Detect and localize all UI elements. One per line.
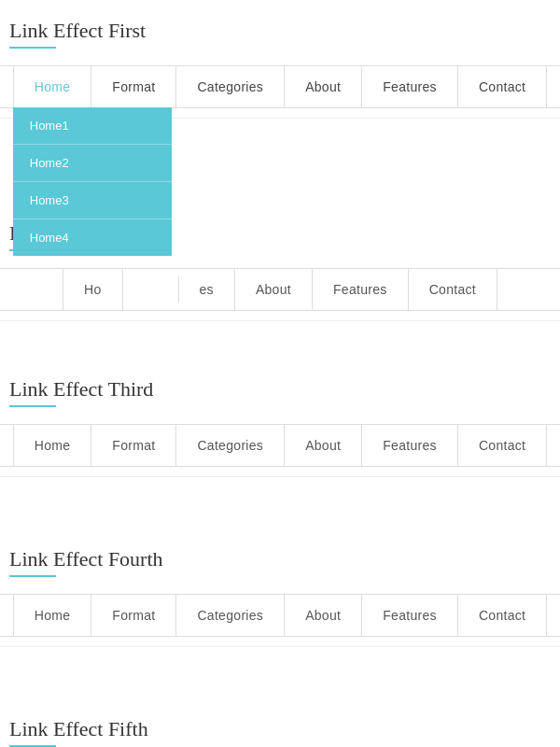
dropdown-item-home4[interactable]: Home4	[13, 219, 172, 256]
nav-item-home-third[interactable]: Home	[13, 425, 92, 466]
section-first: Link Effect First Home Home1 Home2 Home3…	[0, 0, 560, 119]
nav-item-contact-second[interactable]: Contact	[409, 269, 497, 310]
nav-item-about-second[interactable]: About	[235, 269, 313, 310]
section-title-third: Link Effect Third	[0, 368, 560, 415]
nav-bar-third: Home Format Categories About Features Co…	[0, 424, 560, 467]
spacer-2	[0, 477, 560, 529]
nav-item-format-third[interactable]: Format	[91, 425, 176, 466]
section-fourth: Link Effect Fourth Home Format Categorie…	[0, 529, 560, 647]
nav-item-about-first[interactable]: About	[285, 66, 362, 107]
nav-item-home-second[interactable]: Ho	[63, 269, 123, 310]
section-title-fifth: Link Effect Fifth	[0, 708, 560, 747]
nav-item-contact-third[interactable]: Contact	[458, 425, 547, 466]
nav-item-contact-first[interactable]: Contact	[458, 66, 547, 107]
dropdown-menu: Home1 Home2 Home3 Home4	[13, 107, 172, 256]
nav-item-format-second[interactable]	[123, 276, 179, 303]
section-third: Link Effect Third Home Format Categories…	[0, 359, 560, 477]
nav-item-home-first[interactable]: Home	[13, 66, 92, 107]
nav-item-format-fourth[interactable]: Format	[91, 595, 176, 636]
nav-item-home-fourth[interactable]: Home	[13, 595, 92, 636]
dropdown-item-home2[interactable]: Home2	[13, 145, 172, 182]
section-title-fourth: Link Effect Fourth	[0, 538, 560, 585]
section-fifth: Link Effect Fifth Home Format Categories…	[0, 698, 560, 747]
nav-item-categories-third[interactable]: Categories	[176, 425, 285, 466]
nav-item-features-fourth[interactable]: Features	[362, 595, 458, 636]
section-title-first: Link Effect First	[0, 9, 560, 56]
nav-item-contact-fourth[interactable]: Contact	[458, 595, 547, 636]
spacer-1	[0, 321, 560, 359]
nav-item-features-first[interactable]: Features	[362, 66, 458, 107]
nav-bar-second: Ho es About Features Contact	[0, 268, 560, 311]
nav-item-categories-second[interactable]: es	[179, 269, 235, 310]
nav-item-categories-first[interactable]: Categories	[176, 66, 285, 107]
nav-bar-first: Home Home1 Home2 Home3 Home4 Format Cate…	[0, 65, 560, 108]
spacer-3	[0, 647, 560, 698]
nav-bar-fourth: Home Format Categories About Features Co…	[0, 594, 560, 637]
nav-item-about-third[interactable]: About	[285, 425, 362, 466]
nav-item-features-third[interactable]: Features	[362, 425, 458, 466]
dropdown-item-home3[interactable]: Home3	[13, 182, 172, 219]
nav-item-features-second[interactable]: Features	[313, 269, 409, 310]
page-wrapper: Link Effect First Home Home1 Home2 Home3…	[0, 0, 560, 747]
dropdown-item-home1[interactable]: Home1	[13, 107, 172, 145]
nav-item-format-first[interactable]: Format	[91, 66, 176, 107]
nav-item-categories-fourth[interactable]: Categories	[176, 595, 285, 636]
dropdown-container: Home Home1 Home2 Home3 Home4	[13, 66, 92, 107]
nav-item-about-fourth[interactable]: About	[285, 595, 362, 636]
